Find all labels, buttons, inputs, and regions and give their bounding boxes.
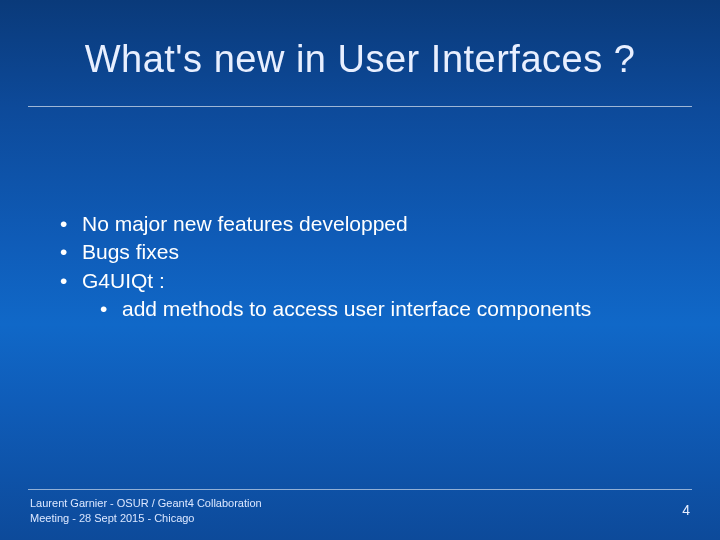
footer-line: Laurent Garnier - OSUR / Geant4 Collabor… — [30, 496, 262, 511]
divider-bottom — [28, 489, 692, 490]
bullet-item: No major new features developped — [58, 210, 680, 238]
sub-bullet-list: add methods to access user interface com… — [98, 295, 680, 323]
bullet-text: No major new features developped — [82, 212, 408, 235]
slide-title: What's new in User Interfaces ? — [0, 38, 720, 81]
bullet-item: G4UIQt : add methods to access user inte… — [58, 267, 680, 324]
slide: What's new in User Interfaces ? No major… — [0, 0, 720, 540]
body-content: No major new features developped Bugs fi… — [58, 210, 680, 323]
sub-bullet-item: add methods to access user interface com… — [98, 295, 680, 323]
bullet-list: No major new features developped Bugs fi… — [58, 210, 680, 323]
bullet-item: Bugs fixes — [58, 238, 680, 266]
footer-line: Meeting - 28 Sept 2015 - Chicago — [30, 511, 262, 526]
bullet-text: G4UIQt : — [82, 269, 165, 292]
footer-text: Laurent Garnier - OSUR / Geant4 Collabor… — [30, 496, 262, 526]
bullet-text: Bugs fixes — [82, 240, 179, 263]
page-number: 4 — [682, 502, 690, 518]
bullet-text: add methods to access user interface com… — [122, 297, 591, 320]
divider-top — [28, 106, 692, 107]
